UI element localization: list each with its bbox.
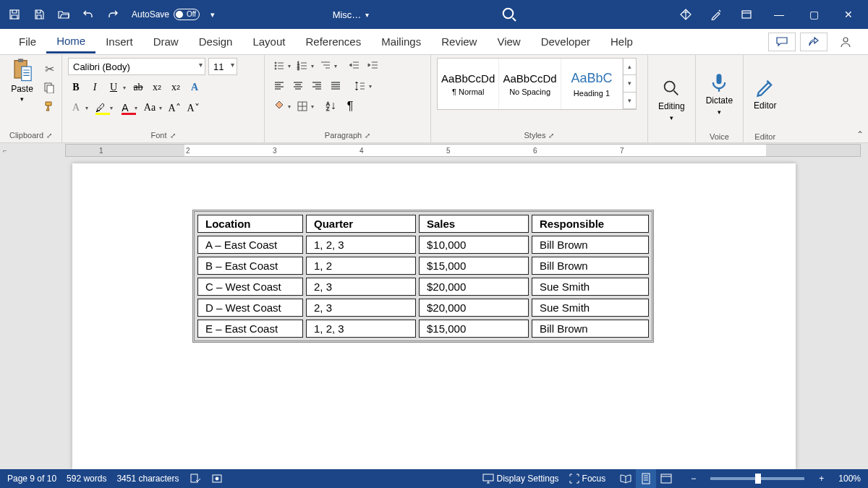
search-icon[interactable] [501, 6, 518, 23]
font-size-select[interactable] [208, 58, 237, 75]
align-center-button[interactable] [289, 78, 307, 94]
font-color-button[interactable]: A [117, 100, 133, 116]
bullets-button[interactable] [271, 58, 288, 74]
account-icon[interactable] [832, 33, 859, 51]
table-cell[interactable]: Sue Smith [532, 299, 649, 317]
collapse-ribbon-icon[interactable]: ⌃ [856, 129, 864, 140]
diamond-icon[interactable] [671, 0, 700, 29]
comments-button[interactable] [768, 33, 796, 51]
table-cell[interactable]: 1, 2, 3 [306, 320, 416, 338]
tab-references[interactable]: References [295, 31, 371, 52]
strikethrough-button[interactable]: ab [130, 80, 146, 95]
qat-customize-icon[interactable]: ▾ [204, 6, 221, 23]
tab-review[interactable]: Review [431, 31, 487, 52]
paragraph-launcher-icon[interactable]: ⤢ [365, 132, 370, 140]
paste-button[interactable]: Paste ▾ [6, 58, 38, 103]
table-cell[interactable]: Bill Brown [532, 257, 649, 275]
table-cell[interactable]: $20,000 [419, 278, 529, 296]
autosave-toggle[interactable]: Off [174, 9, 200, 20]
bold-button[interactable]: B [68, 80, 84, 95]
italic-button[interactable]: I [87, 80, 103, 95]
cut-icon[interactable]: ✂ [43, 62, 56, 75]
zoom-in-button[interactable]: + [814, 474, 828, 484]
zoom-level[interactable]: 100% [838, 474, 861, 484]
ruler-corner-icon[interactable]: ⌐ [0, 143, 10, 158]
tab-help[interactable]: Help [600, 31, 643, 52]
format-painter-icon[interactable] [43, 100, 56, 113]
table-header[interactable]: Sales [419, 215, 529, 233]
align-left-button[interactable] [271, 78, 288, 94]
line-spacing-button[interactable] [352, 78, 369, 94]
table-cell[interactable]: $15,000 [419, 320, 529, 338]
sort-button[interactable]: AZ [323, 98, 340, 114]
word-count[interactable]: 592 words [67, 474, 106, 484]
open-icon[interactable] [55, 6, 72, 23]
table-cell[interactable]: 2, 3 [306, 299, 416, 317]
char-count[interactable]: 3451 characters [116, 474, 179, 484]
save-icon[interactable] [30, 6, 48, 23]
tab-home[interactable]: Home [46, 30, 95, 53]
table-cell[interactable]: $20,000 [419, 299, 529, 317]
font-name-select[interactable] [68, 58, 205, 75]
align-right-button[interactable] [308, 78, 326, 94]
table-header[interactable]: Location [197, 215, 303, 233]
subscript-button[interactable]: x2 [149, 80, 165, 95]
table-cell[interactable]: 1, 2, 3 [306, 236, 416, 254]
table-row[interactable]: B – East Coast1, 2$15,000Bill Brown [197, 257, 649, 275]
print-layout-icon[interactable] [636, 469, 656, 488]
table-cell[interactable]: Sue Smith [532, 278, 649, 296]
zoom-out-button[interactable]: − [686, 474, 700, 484]
tab-file[interactable]: File [9, 31, 46, 52]
table-cell[interactable]: $15,000 [419, 257, 529, 275]
editing-button[interactable]: Editing ▾ [648, 55, 696, 142]
font-launcher-icon[interactable]: ⤢ [170, 132, 176, 140]
table-cell[interactable]: A – East Coast [197, 236, 303, 254]
table-row[interactable]: C – West Coast2, 3$20,000Sue Smith [197, 278, 649, 296]
font-color-grey-button[interactable]: A [68, 100, 84, 116]
grow-font-button[interactable]: A˄ [166, 100, 182, 116]
share-button[interactable] [800, 33, 827, 51]
table-cell[interactable]: E – East Coast [197, 320, 303, 338]
increase-indent-button[interactable] [365, 58, 382, 74]
dictate-button[interactable]: Dictate ▾ [696, 55, 743, 131]
multilevel-button[interactable] [317, 58, 334, 74]
underline-button[interactable]: U [106, 80, 122, 95]
gallery-up-icon[interactable]: ▴ [624, 59, 636, 75]
superscript-button[interactable]: x2 [168, 80, 184, 95]
table-cell[interactable]: $10,000 [419, 236, 529, 254]
page[interactable]: LocationQuarterSalesResponsible A – East… [72, 163, 796, 469]
table-row[interactable]: D – West Coast2, 3$20,000Sue Smith [197, 299, 649, 317]
table-cell[interactable]: C – West Coast [197, 278, 303, 296]
table-cell[interactable]: B – East Coast [197, 257, 303, 275]
tab-design[interactable]: Design [189, 31, 243, 52]
focus-mode[interactable]: Focus [569, 474, 606, 484]
tab-view[interactable]: View [487, 31, 530, 52]
minimize-button[interactable]: — [762, 0, 796, 29]
numbering-button[interactable]: 123 [294, 58, 311, 74]
table-cell[interactable]: Bill Brown [532, 320, 649, 338]
display-settings[interactable]: Display Settings [482, 474, 559, 484]
gallery-more-icon[interactable]: ▾ [624, 93, 636, 109]
shrink-font-button[interactable]: A˅ [185, 100, 201, 116]
title-dropdown-icon[interactable]: ▾ [365, 11, 369, 19]
tab-layout[interactable]: Layout [242, 31, 295, 52]
styles-launcher-icon[interactable]: ⤢ [548, 132, 554, 140]
ribbon-display-icon[interactable] [732, 0, 761, 29]
styles-gallery[interactable]: AaBbCcDd¶ Normal AaBbCcDdNo Spacing AaBb… [437, 58, 637, 110]
spellcheck-icon[interactable] [190, 473, 201, 484]
change-case-button[interactable]: Aa [142, 100, 158, 116]
horizontal-ruler[interactable]: 1234567 [65, 144, 861, 157]
document-table[interactable]: LocationQuarterSalesResponsible A – East… [192, 210, 654, 343]
clipboard-launcher-icon[interactable]: ⤢ [46, 132, 52, 140]
tab-insert[interactable]: Insert [95, 31, 143, 52]
redo-icon[interactable] [104, 6, 122, 23]
maximize-button[interactable]: ▢ [797, 0, 830, 29]
table-cell[interactable]: 1, 2 [306, 257, 416, 275]
table-header[interactable]: Responsible [532, 215, 649, 233]
text-effects-button[interactable]: A [187, 80, 203, 95]
document-area[interactable]: LocationQuarterSalesResponsible A – East… [0, 158, 868, 469]
macro-icon[interactable] [211, 473, 223, 484]
tab-developer[interactable]: Developer [531, 31, 600, 52]
copy-icon[interactable] [43, 81, 56, 94]
coming-soon-icon[interactable] [702, 0, 731, 29]
